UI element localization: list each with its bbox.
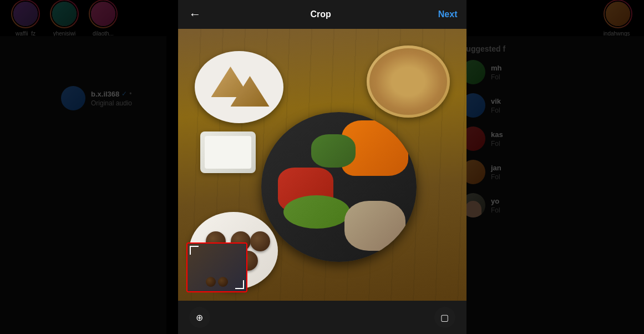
aspect-ratio-button[interactable]: ▢ <box>434 307 455 328</box>
flatbread <box>367 45 450 118</box>
crop-corner-tl <box>190 246 199 255</box>
thumbnail-preview[interactable] <box>186 242 247 292</box>
bowl-peppers <box>311 134 356 168</box>
crop-toolbar: ⊕ ▢ <box>178 301 466 334</box>
thumbnail-ball <box>218 277 228 287</box>
thumbnail-ball <box>206 277 216 287</box>
aspect-icon: ▢ <box>440 312 449 323</box>
big-bowl <box>261 112 417 262</box>
bowl-meat <box>344 201 405 251</box>
zoom-button[interactable]: ⊕ <box>189 307 210 328</box>
crop-modal: ← Crop Next <box>178 0 466 334</box>
pastry-plate <box>195 51 283 123</box>
zoom-icon: ⊕ <box>196 312 203 323</box>
crop-image-area[interactable] <box>178 29 466 301</box>
back-button[interactable]: ← <box>187 6 204 23</box>
falafel-ball <box>250 231 270 251</box>
crop-title: Crop <box>310 9 331 19</box>
crop-corner-br <box>235 280 244 289</box>
bowl-lettuce <box>283 195 350 229</box>
crop-header: ← Crop Next <box>178 0 466 29</box>
thumbnail-balls <box>206 277 228 287</box>
next-button[interactable]: Next <box>438 9 458 19</box>
food-image <box>178 29 466 301</box>
yogurt-box <box>200 131 256 173</box>
